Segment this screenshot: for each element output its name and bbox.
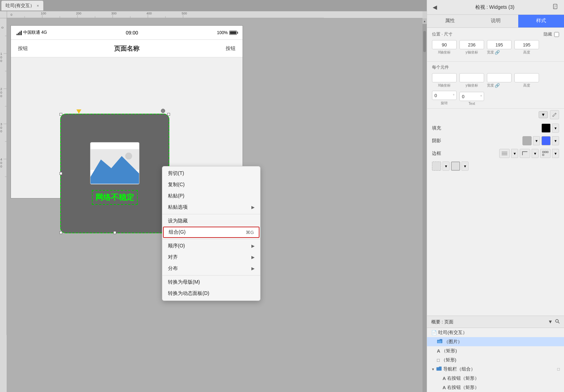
per-link-icon: 🔗 xyxy=(495,83,500,88)
ruler-horizontal: 0 100 200 300 400 500 xyxy=(7,11,422,18)
border-corner-dropdown[interactable]: ▼ xyxy=(532,149,539,158)
per-y-input[interactable] xyxy=(459,73,484,82)
border-style-dropdown[interactable]: ▼ xyxy=(511,149,518,158)
nav-left-button[interactable]: 按钮 xyxy=(18,45,28,52)
border-row: 边框 ▼ ▼ xyxy=(432,149,559,158)
y-input[interactable]: 236 xyxy=(459,40,484,49)
menu-item-convert-master[interactable]: 转换为母版(M) xyxy=(162,277,260,288)
svg-text:2: 2 xyxy=(0,87,2,91)
tab-bar: 吐司(有交互） × xyxy=(0,0,427,11)
border-label: 边框 xyxy=(432,150,453,157)
ruler-vertical: 0 1 0 0 2 0 0 3 0 0 4 0 0 xyxy=(0,18,7,392)
menu-item-convert-dynamic[interactable]: 转换为动态面板(D) xyxy=(162,288,260,299)
dashed-dropdown[interactable]: ▼ xyxy=(443,162,450,171)
overview-filter-icon[interactable]: ▼ xyxy=(548,319,553,325)
tree-label-rbtn2: 右按钮（矩形） xyxy=(447,384,479,391)
tree-item-right-btn2[interactable]: A 右按钮（矩形） xyxy=(427,383,564,392)
menu-item-convert-dynamic-label: 转换为动态面板(D) xyxy=(168,290,209,297)
handle-tr[interactable] xyxy=(167,113,170,116)
border-style-btn-3[interactable] xyxy=(540,149,551,158)
tree-item-rect2[interactable]: □ （矩形) xyxy=(427,355,564,365)
battery-percent: 100% xyxy=(217,30,228,35)
shadow-dropdown-2[interactable]: ▼ xyxy=(552,136,559,145)
menu-item-copy[interactable]: 复制(C) xyxy=(162,179,260,190)
border-dots-dropdown[interactable]: ▼ xyxy=(552,149,559,158)
tab-notes-label: 说明 xyxy=(491,18,501,23)
tab-style-label: 样式 xyxy=(536,18,546,23)
fill-color-swatch[interactable] xyxy=(541,124,551,133)
shadow-dropdown-1[interactable]: ▼ xyxy=(533,136,540,145)
style-dropdown-button[interactable]: ▼ xyxy=(539,111,548,118)
tree-item-rect1[interactable]: A （矩形) xyxy=(427,346,564,355)
shadow-color-swatch-1[interactable] xyxy=(522,136,532,145)
border-lines-icon xyxy=(501,151,508,156)
canvas-area: 吐司(有交互） × 0 100 200 300 400 500 xyxy=(0,0,427,392)
widget-image-placeholder xyxy=(90,142,139,184)
w-input[interactable]: 195 xyxy=(487,40,512,49)
widget-element[interactable]: 网络不稳定 xyxy=(60,114,169,233)
menu-item-align[interactable]: 对齐 ▶ xyxy=(162,252,260,263)
fill-dropdown-button[interactable]: ▼ xyxy=(552,124,559,133)
menu-item-paste[interactable]: 粘贴(P) xyxy=(162,190,260,202)
tree-label-image: （图片） xyxy=(444,339,462,345)
right-panel: ◀ 检视 : Widgets (3) 属性 说明 样式 位置 · 尺寸 隐藏 xyxy=(427,0,564,392)
dashed-dropdown-2[interactable]: ▼ xyxy=(462,162,469,171)
tab-notes[interactable]: 说明 xyxy=(473,15,519,27)
hide-checkbox[interactable] xyxy=(554,32,559,37)
svg-text:0: 0 xyxy=(0,126,2,129)
handle-bm[interactable] xyxy=(113,231,116,234)
svg-rect-57 xyxy=(438,341,441,343)
panel-doc-icon[interactable] xyxy=(553,4,558,11)
tree-item-right-btn1[interactable]: A 右按钮（矩形） xyxy=(427,374,564,383)
tab-properties[interactable]: 属性 xyxy=(427,15,473,27)
tab-style[interactable]: 样式 xyxy=(518,15,564,27)
canvas-scrollbar-vertical[interactable]: ▲ xyxy=(422,18,427,392)
overview-search-icon[interactable] xyxy=(555,319,560,325)
border-style-btn-1[interactable] xyxy=(499,149,510,158)
ruler-row-top: 0 100 200 300 400 500 xyxy=(0,11,427,18)
svg-text:300: 300 xyxy=(111,12,117,15)
handle-tl[interactable] xyxy=(59,113,62,116)
per-w-input[interactable] xyxy=(487,73,512,82)
tree-item-navbar[interactable]: ▼ 导航栏（组合） □ xyxy=(427,365,564,374)
signal-bars-icon xyxy=(17,30,22,35)
tab-close-button[interactable]: × xyxy=(37,4,39,8)
handle-bl[interactable] xyxy=(59,231,62,234)
x-input[interactable]: 90 xyxy=(432,40,457,49)
text-field-container: ° Text xyxy=(459,92,484,106)
edit-style-button[interactable] xyxy=(550,110,559,119)
menu-item-paste-options[interactable]: 粘贴选项 ▶ xyxy=(162,202,260,213)
border-style-btn-2[interactable] xyxy=(520,149,530,158)
canvas-viewport[interactable]: 中国联通 4G 09:00 100% 按钮 页面名称 按钮 xyxy=(7,18,422,392)
tree-item-image[interactable]: （图片） xyxy=(427,337,564,346)
x-label: X轴坐标 xyxy=(432,50,457,55)
per-x-input[interactable] xyxy=(432,73,457,82)
h-input[interactable]: 195 xyxy=(514,40,539,49)
context-menu: 剪切(T) 复制(C) 粘贴(P) 粘贴选项 ▶ 设为隐藏 组合(G) xyxy=(162,166,261,301)
phone-nav-bar: 按钮 页面名称 按钮 xyxy=(11,40,243,57)
ruler-corner xyxy=(0,11,7,18)
shadow-color-swatch-2[interactable] xyxy=(541,136,551,145)
svg-point-55 xyxy=(556,320,558,322)
dashed-swatch-1[interactable] xyxy=(432,162,441,171)
tree-item-root[interactable]: 📄 吐司(有交互） xyxy=(427,328,564,337)
canvas-scroll-arrow-up[interactable]: ▲ xyxy=(422,18,427,24)
menu-item-cut[interactable]: 剪切(T) xyxy=(162,168,260,179)
fill-row: 填充 ▼ xyxy=(432,124,559,133)
menu-item-hide[interactable]: 设为隐藏 xyxy=(162,215,260,227)
menu-item-align-label: 对齐 xyxy=(168,254,178,260)
canvas-scrollbar-thumb[interactable] xyxy=(423,31,426,52)
svg-text:0: 0 xyxy=(0,129,2,133)
signal-bar-4 xyxy=(21,31,22,35)
menu-item-distribute[interactable]: 分布 ▶ xyxy=(162,263,260,274)
dashed-swatch-2[interactable] xyxy=(451,162,460,171)
tree-icon-root: 📄 xyxy=(431,330,437,335)
per-h-input[interactable] xyxy=(514,73,539,82)
menu-item-copy-label: 复制(C) xyxy=(168,182,184,188)
menu-item-group[interactable]: 组合(G) ⌘G xyxy=(163,227,259,238)
panel-back-icon[interactable]: ◀ xyxy=(433,4,437,11)
canvas-tab[interactable]: 吐司(有交互） × xyxy=(1,1,43,11)
menu-item-order[interactable]: 顺序(O) ▶ xyxy=(162,240,260,252)
handle-ml[interactable] xyxy=(59,172,62,175)
nav-right-button[interactable]: 按钮 xyxy=(226,45,236,52)
